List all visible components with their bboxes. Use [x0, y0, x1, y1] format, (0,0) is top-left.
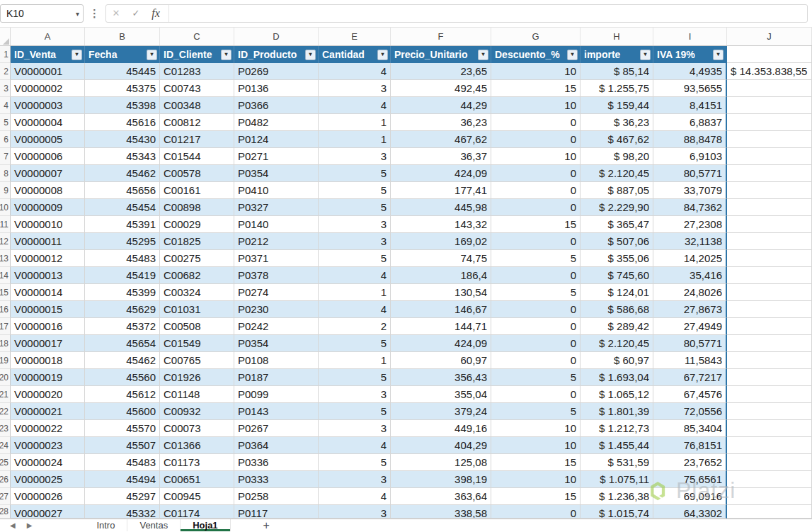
cell-J2[interactable]: $ 14.353.838,55 — [727, 63, 812, 80]
cell-H10[interactable]: $ 2.229,90 — [581, 199, 653, 216]
row-header-4[interactable]: 4 — [0, 97, 11, 114]
cell-I20[interactable]: 67,7217 — [653, 369, 727, 386]
cell-B24[interactable]: 45507 — [85, 437, 160, 454]
cell-B22[interactable]: 45600 — [85, 403, 160, 420]
filter-button[interactable]: ▾ — [377, 50, 388, 60]
cell-I9[interactable]: 33,7079 — [653, 182, 727, 199]
row-header-13[interactable]: 13 — [0, 250, 11, 267]
cell-F18[interactable]: 424,09 — [391, 335, 491, 352]
row-header-2[interactable]: 2 — [0, 63, 11, 80]
row-header-24[interactable]: 24 — [0, 437, 11, 454]
cell-A2[interactable]: V0000001 — [11, 63, 85, 80]
cell-D5[interactable]: P0482 — [234, 114, 319, 131]
cell-D18[interactable]: P0354 — [234, 335, 319, 352]
sheet-tab-intro[interactable]: Intro — [84, 519, 127, 531]
cell-F16[interactable]: 146,67 — [391, 301, 491, 318]
filter-button[interactable]: ▾ — [221, 50, 231, 60]
cell-B20[interactable]: 45560 — [85, 369, 160, 386]
cell-I17[interactable]: 27,4949 — [653, 318, 727, 335]
row-header-1[interactable]: 1 — [0, 46, 11, 63]
cell-E17[interactable]: 2 — [319, 318, 391, 335]
cell-G4[interactable]: 10 — [491, 97, 581, 114]
cell-E20[interactable]: 5 — [319, 369, 391, 386]
cell-B17[interactable]: 45372 — [85, 318, 160, 335]
cell-A22[interactable]: V0000021 — [11, 403, 85, 420]
cell-C27[interactable]: C00945 — [160, 488, 234, 505]
cell-I7[interactable]: 6,9103 — [653, 148, 727, 165]
cell-C12[interactable]: C01825 — [160, 233, 234, 250]
cell-A5[interactable]: V0000004 — [11, 114, 85, 131]
row-header-9[interactable]: 9 — [0, 182, 11, 199]
cell-D4[interactable]: P0366 — [234, 97, 319, 114]
cell-I4[interactable]: 8,4151 — [653, 97, 727, 114]
insert-function-icon[interactable]: fx — [146, 5, 166, 22]
cell-B26[interactable]: 45494 — [85, 471, 160, 488]
cell-A7[interactable]: V0000006 — [11, 148, 85, 165]
cell-B21[interactable]: 45612 — [85, 386, 160, 403]
cell-B15[interactable]: 45399 — [85, 284, 160, 301]
row-header-22[interactable]: 22 — [0, 403, 11, 420]
cell-F6[interactable]: 467,62 — [391, 131, 491, 148]
cell-F23[interactable]: 449,16 — [391, 420, 491, 437]
sheet-tab-ventas[interactable]: Ventas — [127, 519, 181, 531]
cell-A16[interactable]: V0000015 — [11, 301, 85, 318]
cell-E2[interactable]: 4 — [319, 63, 391, 80]
cell-H16[interactable]: $ 586,68 — [581, 301, 653, 318]
sheet-tab-hoja1[interactable]: Hoja1 — [181, 519, 230, 531]
cell-H9[interactable]: $ 887,05 — [581, 182, 653, 199]
cell-A28[interactable]: V0000027 — [11, 505, 85, 519]
cell-G25[interactable]: 15 — [491, 454, 581, 471]
cell-G12[interactable]: 0 — [491, 233, 581, 250]
cell-D28[interactable]: P0117 — [234, 505, 319, 519]
cancel-icon[interactable]: ✕ — [106, 5, 126, 22]
cell-F3[interactable]: 492,45 — [391, 80, 491, 97]
cell-E5[interactable]: 1 — [319, 114, 391, 131]
cell-I15[interactable]: 24,8026 — [653, 284, 727, 301]
add-sheet-button[interactable]: + — [256, 519, 277, 531]
cell-H14[interactable]: $ 745,60 — [581, 267, 653, 284]
cell-C15[interactable]: C00324 — [160, 284, 234, 301]
cell-D14[interactable]: P0378 — [234, 267, 319, 284]
cell-G23[interactable]: 10 — [491, 420, 581, 437]
cell-F4[interactable]: 44,29 — [391, 97, 491, 114]
cell-B18[interactable]: 45654 — [85, 335, 160, 352]
cell-J21[interactable] — [727, 386, 812, 403]
cell-D20[interactable]: P0187 — [234, 369, 319, 386]
cell-I12[interactable]: 32,1138 — [653, 233, 727, 250]
column-header-B[interactable]: B — [85, 28, 160, 45]
cell-I2[interactable]: 4,4935 — [653, 63, 727, 80]
cell-B6[interactable]: 45430 — [85, 131, 160, 148]
cell-J24[interactable] — [727, 437, 812, 454]
row-header-5[interactable]: 5 — [0, 114, 11, 131]
cell-G10[interactable]: 0 — [491, 199, 581, 216]
row-header-28[interactable]: 28 — [0, 505, 11, 519]
cell-H7[interactable]: $ 98,20 — [581, 148, 653, 165]
cell-E18[interactable]: 5 — [319, 335, 391, 352]
cell-E13[interactable]: 5 — [319, 250, 391, 267]
cell-B4[interactable]: 45398 — [85, 97, 160, 114]
cell-J5[interactable] — [727, 114, 812, 131]
next-sheet-icon[interactable]: ▶ — [27, 521, 33, 529]
cell-G28[interactable]: 0 — [491, 505, 581, 519]
cell-E19[interactable]: 1 — [319, 352, 391, 369]
cell-A10[interactable]: V0000009 — [11, 199, 85, 216]
cell-B9[interactable]: 45656 — [85, 182, 160, 199]
cell-B11[interactable]: 45391 — [85, 216, 160, 233]
cell-C22[interactable]: C00932 — [160, 403, 234, 420]
cell-G9[interactable]: 0 — [491, 182, 581, 199]
cell-F26[interactable]: 398,19 — [391, 471, 491, 488]
cell-C7[interactable]: C01544 — [160, 148, 234, 165]
cell-G3[interactable]: 15 — [491, 80, 581, 97]
cell-F5[interactable]: 36,23 — [391, 114, 491, 131]
table-header-id-producto[interactable]: ID_Producto▾ — [234, 46, 319, 63]
cell-F8[interactable]: 424,09 — [391, 165, 491, 182]
cell-J26[interactable] — [727, 471, 812, 488]
table-header-descuento-[interactable]: Descuento_%▾ — [491, 46, 581, 63]
cell-J25[interactable] — [727, 454, 812, 471]
cell-I25[interactable]: 23,7652 — [653, 454, 727, 471]
row-header-12[interactable]: 12 — [0, 233, 11, 250]
filter-button[interactable]: ▾ — [147, 50, 157, 60]
cell-J22[interactable] — [727, 403, 812, 420]
cell-H4[interactable]: $ 159,44 — [581, 97, 653, 114]
cell-H27[interactable]: $ 1.236,38 — [581, 488, 653, 505]
